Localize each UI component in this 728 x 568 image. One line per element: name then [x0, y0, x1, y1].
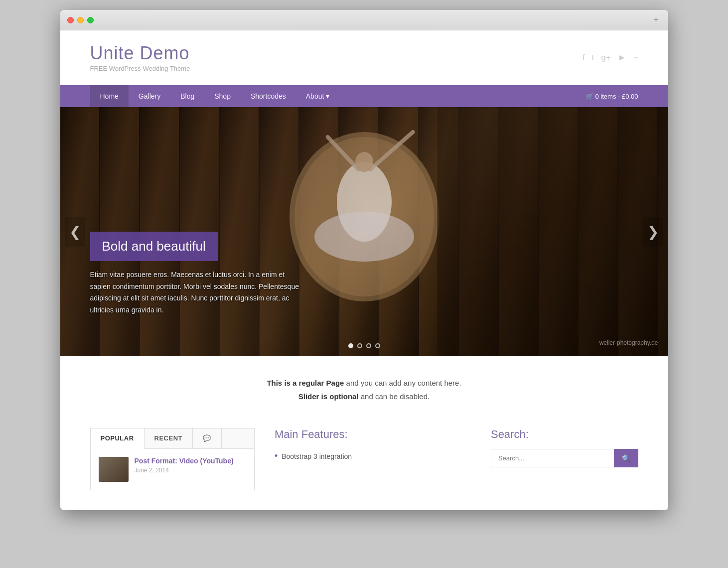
maximize-button[interactable] — [87, 17, 94, 23]
website: Unite Demo FREE WordPress Wedding Theme … — [60, 30, 668, 510]
facebook-icon[interactable]: f — [582, 53, 585, 63]
browser-window: + Unite Demo FREE WordPress Wedding Them… — [60, 10, 668, 510]
site-branding: Unite Demo FREE WordPress Wedding Theme — [90, 43, 190, 72]
nav-link-blog[interactable]: Blog — [170, 85, 204, 107]
nav-links: Home Gallery Blog Shop Shortcodes About … — [90, 85, 340, 107]
post-title[interactable]: Post Format: Video (YouTube) — [135, 457, 234, 465]
nav-item-about[interactable]: About ▾ — [296, 85, 339, 107]
tabs-section: POPULAR RECENT 💬 Post Format: Video (You… — [90, 428, 255, 490]
nav-link-shop[interactable]: Shop — [204, 85, 241, 107]
search-button[interactable]: 🔍 — [614, 449, 638, 467]
slider-prev-button[interactable]: ❮ — [65, 217, 85, 247]
tab-content: Post Format: Video (YouTube) June 2, 201… — [91, 449, 254, 490]
slider-description: Etiam vitae posuere eros. Maecenas et lu… — [90, 261, 299, 316]
search-title: Search: — [491, 428, 638, 441]
nav-link-home[interactable]: Home — [90, 85, 129, 107]
nav-item-shop[interactable]: Shop — [204, 85, 241, 107]
features-title: Main Features: — [275, 428, 471, 441]
slider-caption: Bold and beautiful Etiam vitae posuere e… — [90, 232, 299, 316]
slider-title: Bold and beautiful — [90, 232, 218, 261]
search-section: Search: 🔍 — [491, 428, 638, 467]
intro-bold-2: Slider is optional — [298, 392, 359, 401]
nav-link-gallery[interactable]: Gallery — [129, 85, 170, 107]
nav-item-blog[interactable]: Blog — [170, 85, 204, 107]
features-list: Bootstrap 3 integration — [275, 449, 471, 463]
svg-point-10 — [314, 212, 414, 262]
hero-slider: ❮ ❯ Bold and beautiful Etiam vitae posue… — [60, 107, 668, 356]
nav-item-shortcodes[interactable]: Shortcodes — [241, 85, 296, 107]
slider-dot-3[interactable] — [366, 343, 371, 348]
content-intro: This is a regular Page and you can add a… — [60, 356, 668, 418]
post-thumbnail — [99, 457, 129, 482]
search-input[interactable] — [491, 449, 614, 467]
slider-next-button[interactable]: ❯ — [643, 217, 663, 247]
site-header: Unite Demo FREE WordPress Wedding Theme … — [60, 30, 668, 85]
social-icons: f t g+ ► ~ — [582, 53, 638, 63]
slider-dot-1[interactable] — [348, 343, 353, 348]
googleplus-icon[interactable]: g+ — [601, 53, 610, 63]
nav-item-home[interactable]: Home — [90, 85, 129, 107]
slider-dots — [348, 343, 380, 348]
twitter-icon[interactable]: t — [592, 53, 594, 63]
svg-rect-11 — [437, 107, 668, 356]
post-date: June 2, 2014 — [135, 467, 234, 474]
feature-item-1: Bootstrap 3 integration — [275, 449, 471, 463]
search-form: 🔍 — [491, 449, 638, 467]
intro-line1: This is a regular Page and you can add a… — [90, 376, 638, 390]
close-button[interactable] — [67, 17, 74, 23]
nav-link-about[interactable]: About ▾ — [296, 85, 339, 107]
youtube-icon[interactable]: ► — [618, 53, 626, 63]
slider-watermark: weiler-photography.de — [599, 339, 658, 346]
post-info: Post Format: Video (YouTube) June 2, 201… — [135, 457, 234, 474]
slider-dot-2[interactable] — [357, 343, 362, 348]
cart-button[interactable]: 🛒 0 items - £0.00 — [585, 93, 638, 100]
site-nav: Home Gallery Blog Shop Shortcodes About … — [60, 85, 668, 107]
tab-headers: POPULAR RECENT 💬 — [91, 428, 254, 449]
tab-post-item: Post Format: Video (YouTube) June 2, 201… — [99, 457, 246, 482]
minimize-button[interactable] — [77, 17, 84, 23]
slider-dot-4[interactable] — [375, 343, 380, 348]
nav-link-shortcodes[interactable]: Shortcodes — [241, 85, 296, 107]
content-columns: POPULAR RECENT 💬 Post Format: Video (You… — [60, 418, 668, 510]
thumb-placeholder — [99, 457, 129, 482]
tab-recent[interactable]: RECENT — [145, 428, 193, 448]
intro-line2: Slider is optional and can be disabled. — [90, 390, 638, 403]
add-tab-button[interactable]: + — [651, 15, 661, 25]
nav-item-gallery[interactable]: Gallery — [129, 85, 170, 107]
intro-rest-1: and you can add any content here. — [346, 379, 461, 387]
tab-popular[interactable]: POPULAR — [91, 428, 145, 449]
rss-icon[interactable]: ~ — [633, 53, 638, 63]
features-section: Main Features: Bootstrap 3 integration — [275, 428, 471, 463]
intro-bold-1: This is a regular Page — [267, 379, 344, 387]
site-title: Unite Demo — [90, 43, 190, 64]
browser-titlebar: + — [60, 10, 668, 30]
browser-buttons — [67, 17, 94, 23]
intro-rest-2: and can be disabled. — [361, 392, 430, 401]
svg-point-9 — [355, 152, 373, 172]
tab-comments[interactable]: 💬 — [193, 428, 222, 448]
site-tagline: FREE WordPress Wedding Theme — [90, 65, 190, 72]
